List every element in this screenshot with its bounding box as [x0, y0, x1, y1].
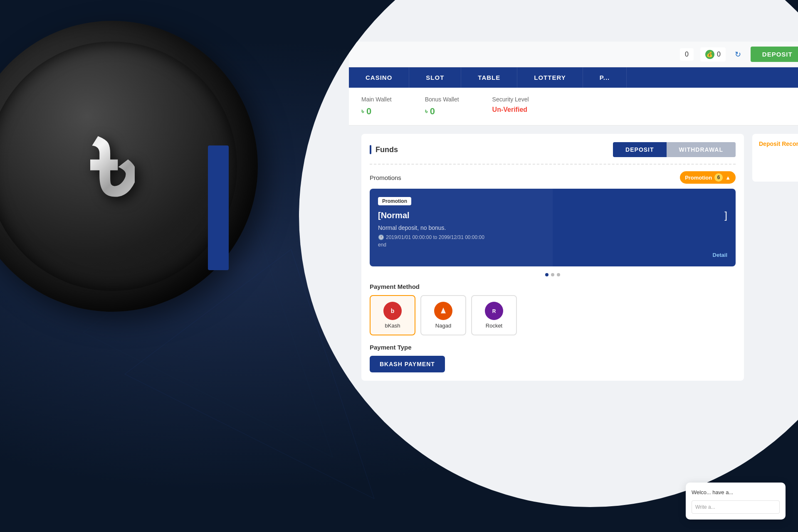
rocket-icon: R [485, 302, 503, 320]
promotion-bracket: ] [724, 209, 727, 221]
promotion-name-text: [Normal [378, 211, 410, 220]
promotion-badge[interactable]: Promotion 6 ▲ [680, 171, 736, 184]
header-bar: 0 💰 0 ↻ DEPOSIT WITHDRA... [349, 42, 798, 67]
svg-text:b: b [391, 308, 395, 314]
funds-tabs: DEPOSIT WITHDRAWAL [613, 142, 736, 157]
funds-title: Funds [370, 145, 398, 154]
promotion-tag: Promotion [378, 197, 411, 205]
bonus-wallet-amount: 0 [430, 106, 435, 117]
bonus-wallet-amount: 0 [717, 51, 721, 58]
security-info: Security Level Un-Verified [492, 96, 529, 117]
bonus-wallet-value-display: ৳ 0 [425, 106, 459, 117]
main-wallet-value-display: ৳ 0 [361, 106, 392, 117]
promotion-count: 6 [714, 173, 723, 182]
nagad-payment-card[interactable]: Nagad [420, 295, 466, 335]
chat-message: Welco... have a... [692, 488, 780, 497]
funds-title-bar [370, 145, 371, 154]
taka-symbol: ৳ [90, 108, 135, 224]
payment-methods: b bKash Naga [370, 295, 736, 335]
nav-bar: CASINO SLOT TABLE LOTTERY P... [349, 67, 798, 88]
chat-widget: Welco... have a... Write a... [686, 483, 786, 520]
nav-casino[interactable]: CASINO [349, 67, 409, 88]
main-wallet-amount: 0 [366, 106, 371, 117]
right-panel: Deposit Record No D... [752, 134, 798, 381]
coin-inner: ৳ [0, 42, 237, 291]
refresh-icon[interactable]: ↻ [732, 49, 744, 60]
withdrawal-tab[interactable]: WITHDRAWAL [667, 142, 736, 157]
nav-table[interactable]: TABLE [461, 67, 517, 88]
rocket-payment-card[interactable]: R Rocket [471, 295, 517, 335]
funds-title-text: Funds [376, 145, 398, 154]
promotions-row: Promotions Promotion 6 ▲ [370, 171, 736, 184]
deposit-button[interactable]: DEPOSIT [751, 47, 798, 62]
rocket-name: Rocket [486, 323, 502, 329]
security-status: Un-Verified [492, 106, 529, 113]
bkash-name: bKash [385, 323, 400, 329]
promotion-card: Promotion [Normal ] Normal deposit, no b… [370, 189, 736, 266]
funds-header: Funds DEPOSIT WITHDRAWAL [370, 142, 736, 157]
carousel-dot-1[interactable] [545, 273, 548, 276]
funds-section: Funds DEPOSIT WITHDRAWAL Promotions Prom… [361, 134, 744, 381]
promotion-date: 🕐 2019/01/01 00:00:00 to 2099/12/31 00:0… [378, 234, 727, 240]
wallet-amount: 0 [685, 51, 689, 58]
bonus-wallet-label: Bonus Wallet [425, 96, 459, 103]
payment-type-label: Payment Type [370, 344, 736, 351]
bonus-wallet-display: 💰 0 [700, 47, 726, 62]
carousel-dot-3[interactable] [557, 273, 560, 276]
promotions-label: Promotions [370, 174, 401, 181]
left-panel: Funds DEPOSIT WITHDRAWAL Promotions Prom… [361, 134, 744, 381]
divider [370, 164, 736, 165]
promotion-end: end [378, 242, 727, 248]
main-wallet-info: Main Wallet ৳ 0 [361, 96, 392, 117]
main-wallet-label: Main Wallet [361, 96, 392, 103]
wallet-info-row: Main Wallet ৳ 0 Bonus Wallet ৳ 0 Securit… [349, 88, 798, 126]
promotion-name: [Normal ] [378, 209, 727, 221]
chevron-up-icon: ▲ [725, 175, 731, 181]
record-content: No D... [759, 152, 798, 175]
svg-text:R: R [492, 308, 496, 314]
bonus-wallet-info: Bonus Wallet ৳ 0 [425, 96, 459, 117]
deposit-record-title: Deposit Record [759, 140, 798, 147]
main-taka-sign: ৳ [361, 108, 364, 115]
deposit-tab[interactable]: DEPOSIT [613, 142, 666, 157]
no-data-text: No D... [759, 152, 798, 175]
blue-bar [208, 145, 229, 270]
deposit-record: Deposit Record No D... [752, 134, 798, 182]
card-content: Promotion [Normal ] Normal deposit, no b… [378, 197, 727, 258]
svg-line-4 [125, 374, 374, 499]
security-label: Security Level [492, 96, 529, 103]
payment-method-label: Payment Method [370, 283, 736, 290]
bkash-payment-card[interactable]: b bKash [370, 295, 415, 335]
chat-input[interactable]: Write a... [692, 500, 780, 514]
main-panel: 0 💰 0 ↻ DEPOSIT WITHDRA... CASINO SLOT T… [299, 0, 798, 507]
nagad-icon [434, 302, 452, 320]
nav-slot[interactable]: SLOT [409, 67, 461, 88]
nav-lottery[interactable]: LOTTERY [517, 67, 583, 88]
nav-more[interactable]: P... [583, 67, 627, 88]
promotion-desc: Normal deposit, no bonus. [378, 224, 727, 231]
nagad-name: Nagad [435, 323, 451, 329]
carousel-dots [370, 273, 736, 276]
bonus-taka-sign: ৳ [425, 108, 427, 115]
bkash-icon: b [383, 302, 402, 320]
clock-icon: 🕐 [378, 234, 384, 240]
main-content: Funds DEPOSIT WITHDRAWAL Promotions Prom… [349, 126, 798, 389]
promotion-badge-label: Promotion [685, 175, 712, 181]
carousel-dot-2[interactable] [551, 273, 554, 276]
promotion-date-text: 2019/01/01 00:00:00 to 2099/12/31 00:00:… [386, 234, 484, 240]
panel-content: 0 💰 0 ↻ DEPOSIT WITHDRA... CASINO SLOT T… [349, 42, 798, 507]
wallet-icon: 💰 [705, 50, 714, 59]
bkash-payment-button[interactable]: BKASH PAYMENT [370, 356, 445, 372]
main-wallet-display: 0 [680, 48, 694, 61]
promotion-detail-link[interactable]: Detail [378, 252, 727, 258]
